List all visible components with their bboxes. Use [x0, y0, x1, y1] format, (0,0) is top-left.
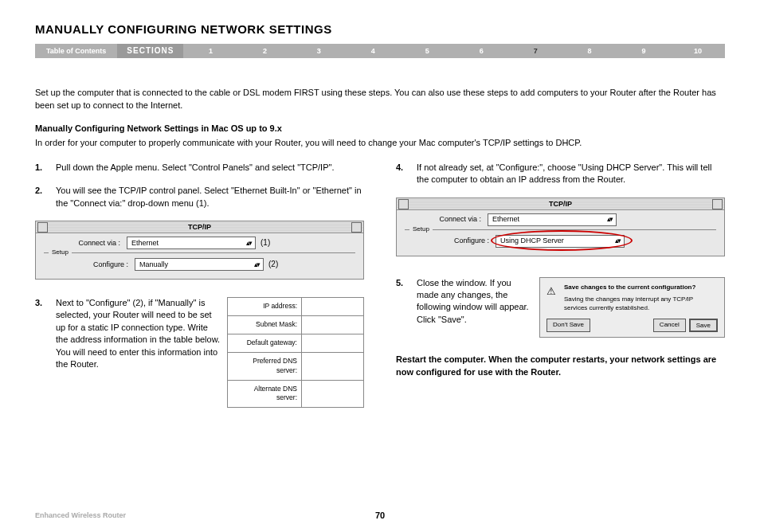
step-text: Pull down the Apple menu. Select "Contro…: [56, 162, 364, 174]
setup-group: Configure : Using DHCP Server ▴▾: [405, 229, 716, 256]
tcpip-panel-2: TCP/IP Connect via : Ethernet ▴▾ Configu…: [396, 198, 725, 256]
configure-dropdown[interactable]: Using DHCP Server ▴▾: [496, 235, 625, 248]
zoom-box-icon[interactable]: [712, 199, 723, 209]
zoom-box-icon[interactable]: [351, 222, 362, 233]
step-text: If not already set, at "Configure:", cho…: [417, 162, 725, 186]
table-label: Default gateway:: [228, 334, 302, 352]
page-title: MANUALLY CONFIGURING NETWORK SETTINGS: [35, 22, 725, 36]
configure-label: Configure :: [433, 236, 489, 246]
page-footer: Enhanced Wireless Router 70: [35, 511, 725, 519]
cancel-button[interactable]: Cancel: [653, 319, 686, 332]
chevron-updown-icon: ▴▾: [615, 236, 620, 246]
step-number: 3.: [35, 297, 56, 432]
section-7[interactable]: 7: [508, 47, 562, 55]
warning-icon: ⚠: [546, 284, 556, 299]
section-10[interactable]: 10: [671, 47, 725, 55]
window-titlebar: TCP/IP: [36, 221, 363, 233]
connect-via-label: Connect via :: [65, 238, 120, 248]
page-number: 70: [375, 510, 385, 520]
step-4: 4. If not already set, at "Configure:", …: [396, 162, 725, 186]
subintro-text: In order for your computer to properly c…: [35, 138, 725, 147]
window-titlebar: TCP/IP: [397, 198, 724, 210]
intro-text: Set up the computer that is connected to…: [35, 87, 725, 112]
chevron-updown-icon: ▴▾: [607, 214, 612, 225]
address-table: IP address: Subnet Mask: Default gateway…: [227, 297, 364, 408]
configure-dropdown[interactable]: Manually ▴▾: [135, 258, 264, 271]
step-number: 4.: [396, 162, 417, 186]
toc-link[interactable]: Table of Contents: [35, 47, 117, 55]
section-1[interactable]: 1: [183, 47, 237, 55]
step-1: 1. Pull down the Apple menu. Select "Con…: [35, 162, 364, 174]
section-9[interactable]: 9: [617, 47, 671, 55]
dropdown-value: Ethernet: [492, 214, 519, 225]
sections-label: SECTIONS: [117, 44, 183, 58]
callout-2: (2): [268, 259, 278, 270]
dropdown-value: Ethernet: [131, 238, 159, 248]
step-number: 1.: [35, 162, 56, 174]
setup-group: Configure : Manually ▴▾ (2): [44, 252, 355, 279]
close-box-icon[interactable]: [37, 222, 48, 233]
callout-1: (1): [261, 237, 270, 248]
sections-bar: Table of Contents SECTIONS 1 2 3 4 5 6 7…: [35, 44, 725, 58]
right-column: 4. If not already set, at "Configure:", …: [396, 162, 725, 443]
step-5: 5. ⚠ Save changes to the current configu…: [396, 277, 725, 338]
left-column: 1. Pull down the Apple menu. Select "Con…: [35, 162, 364, 443]
chevron-updown-icon: ▴▾: [246, 238, 251, 248]
window-title: TCP/IP: [188, 223, 211, 231]
step-2: 2. You will see the TCP/IP control panel…: [35, 185, 364, 209]
dropdown-value: Manually: [139, 260, 168, 270]
save-button[interactable]: Save: [689, 319, 718, 332]
save-dialog: ⚠ Save changes to the current configurat…: [539, 277, 725, 338]
close-box-icon[interactable]: [398, 199, 409, 209]
section-3[interactable]: 3: [292, 47, 346, 55]
product-name: Enhanced Wireless Router: [35, 511, 126, 519]
step-text: You will see the TCP/IP control panel. S…: [56, 185, 364, 209]
configure-label: Configure :: [72, 260, 128, 270]
step-text: IP address: Subnet Mask: Default gateway…: [56, 297, 364, 432]
step-number: 5.: [396, 277, 417, 338]
chevron-updown-icon: ▴▾: [254, 260, 259, 270]
tcpip-panel-1: TCP/IP Connect via : Ethernet ▴▾ (1) Con…: [35, 221, 364, 280]
connect-via-label: Connect via :: [425, 214, 481, 225]
table-label: Subnet Mask:: [228, 316, 302, 334]
table-label: Preferred DNS server:: [228, 353, 302, 380]
connect-via-dropdown[interactable]: Ethernet ▴▾: [488, 213, 617, 226]
section-4[interactable]: 4: [346, 47, 400, 55]
dont-save-button[interactable]: Don't Save: [546, 319, 590, 332]
dialog-submessage: Saving the changes may interrupt any TCP…: [564, 295, 718, 312]
section-2[interactable]: 2: [237, 47, 292, 55]
section-5[interactable]: 5: [400, 47, 454, 55]
section-8[interactable]: 8: [562, 47, 617, 55]
restart-note: Restart the computer. When the computer …: [396, 354, 725, 378]
section-6[interactable]: 6: [454, 47, 508, 55]
subheading: Manually Configuring Network Settings in…: [35, 123, 725, 133]
table-label: IP address:: [228, 298, 302, 315]
window-title: TCP/IP: [549, 200, 572, 208]
connect-via-dropdown[interactable]: Ethernet ▴▾: [127, 237, 256, 249]
step-number: 2.: [35, 185, 56, 209]
step-3: 3. IP address: Subnet Mask: Default gate…: [35, 297, 364, 432]
table-label: Alternate DNS server:: [228, 381, 302, 408]
dialog-message: Save changes to the current configuratio…: [564, 283, 718, 291]
step-text: ⚠ Save changes to the current configurat…: [417, 277, 725, 338]
dropdown-value: Using DHCP Server: [500, 236, 564, 246]
